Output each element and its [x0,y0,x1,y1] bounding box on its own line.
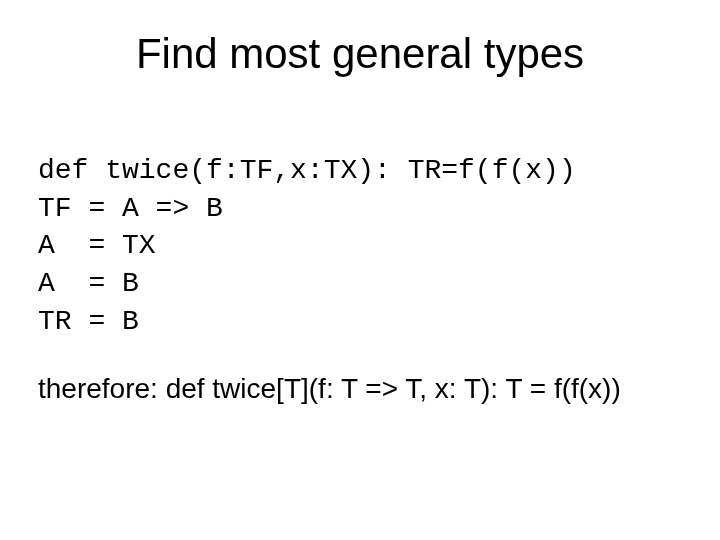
code-block: def twice(f:TF,x:TX): TR=f(f(x)) TF = A … [38,114,682,341]
code-line: TR = B [38,306,139,337]
code-line: A = TX [38,230,156,261]
slide-title: Find most general types [38,30,682,78]
conclusion-text: therefore: def twice[T](f: T => T, x: T)… [38,371,682,407]
code-line: A = B [38,268,139,299]
code-line: def twice(f:TF,x:TX): TR=f(f(x)) [38,155,576,186]
code-line: TF = A => B [38,193,223,224]
